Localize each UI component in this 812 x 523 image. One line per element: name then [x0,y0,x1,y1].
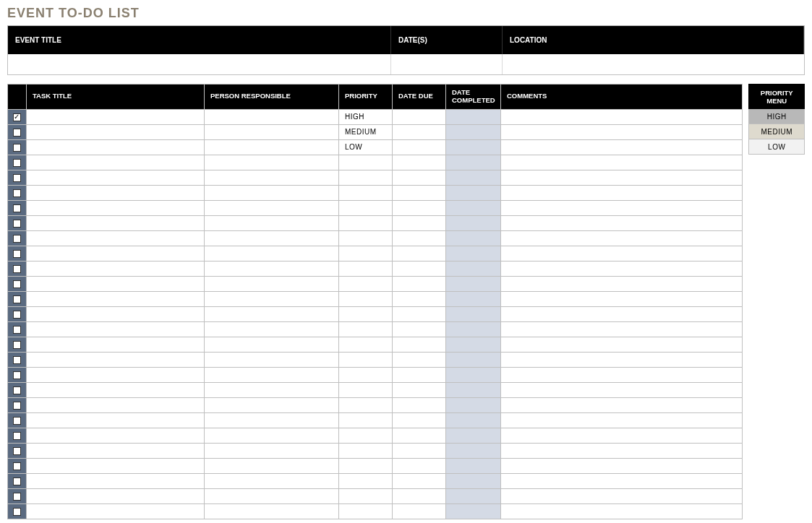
event-dates-input[interactable] [391,54,503,74]
task-title-cell[interactable] [27,155,205,170]
date-completed-cell[interactable] [446,124,501,139]
checkbox-icon[interactable] [13,417,21,425]
date-completed-cell[interactable] [446,397,501,412]
priority-cell[interactable] [339,412,393,428]
task-checkbox-cell[interactable] [8,321,27,337]
checkbox-icon[interactable] [13,129,21,137]
person-responsible-cell[interactable] [205,428,339,443]
priority-cell[interactable]: HIGH [339,109,393,124]
person-responsible-cell[interactable] [205,412,339,428]
date-completed-cell[interactable] [446,352,501,367]
date-completed-cell[interactable] [446,200,501,215]
person-responsible-cell[interactable] [205,246,339,261]
date-completed-cell[interactable] [446,412,501,428]
checkbox-icon[interactable] [13,174,21,182]
date-due-cell[interactable] [393,321,446,337]
checkbox-icon[interactable] [13,159,21,167]
priority-cell[interactable] [339,246,393,261]
date-completed-cell[interactable] [446,170,501,185]
date-completed-cell[interactable] [446,109,501,124]
date-due-cell[interactable] [393,428,446,443]
priority-cell[interactable] [339,337,393,352]
comments-cell[interactable] [501,397,743,412]
task-checkbox-cell[interactable] [8,382,27,397]
comments-cell[interactable] [501,473,743,488]
task-checkbox-cell[interactable] [8,124,27,139]
task-checkbox-cell[interactable] [8,155,27,170]
priority-cell[interactable] [339,367,393,382]
checkbox-icon[interactable] [13,432,21,440]
date-due-cell[interactable] [393,473,446,488]
date-completed-cell[interactable] [446,367,501,382]
priority-cell[interactable] [339,503,393,519]
checkbox-icon[interactable] [13,508,21,516]
checkbox-icon[interactable] [13,462,21,470]
date-due-cell[interactable] [393,124,446,139]
checkbox-icon[interactable] [13,280,21,288]
date-due-cell[interactable] [393,215,446,230]
person-responsible-cell[interactable] [205,306,339,321]
task-checkbox-cell[interactable] [8,139,27,155]
priority-cell[interactable] [339,428,393,443]
comments-cell[interactable] [501,124,743,139]
person-responsible-cell[interactable] [205,443,339,458]
task-title-cell[interactable] [27,458,205,473]
comments-cell[interactable] [501,382,743,397]
task-title-cell[interactable] [27,382,205,397]
comments-cell[interactable] [501,261,743,276]
date-completed-cell[interactable] [446,473,501,488]
person-responsible-cell[interactable] [205,397,339,412]
task-checkbox-cell[interactable] [8,291,27,306]
task-checkbox-cell[interactable] [8,230,27,246]
task-title-cell[interactable] [27,428,205,443]
date-completed-cell[interactable] [446,139,501,155]
task-title-cell[interactable] [27,306,205,321]
date-completed-cell[interactable] [446,261,501,276]
date-completed-cell[interactable] [446,321,501,337]
person-responsible-cell[interactable] [205,200,339,215]
task-checkbox-cell[interactable] [8,261,27,276]
person-responsible-cell[interactable] [205,155,339,170]
checkbox-icon[interactable] [13,477,21,485]
person-responsible-cell[interactable] [205,352,339,367]
task-title-cell[interactable] [27,503,205,519]
comments-cell[interactable] [501,367,743,382]
priority-cell[interactable] [339,306,393,321]
priority-menu-item[interactable]: LOW [749,139,805,155]
date-completed-cell[interactable] [446,276,501,291]
task-checkbox-cell[interactable] [8,337,27,352]
comments-cell[interactable] [501,306,743,321]
date-due-cell[interactable] [393,109,446,124]
task-checkbox-cell[interactable] [8,488,27,503]
checkbox-icon[interactable] [13,356,21,364]
task-checkbox-cell[interactable] [8,200,27,215]
date-due-cell[interactable] [393,382,446,397]
checkbox-icon[interactable] [13,386,21,394]
comments-cell[interactable] [501,458,743,473]
date-due-cell[interactable] [393,412,446,428]
task-title-cell[interactable] [27,321,205,337]
priority-cell[interactable] [339,458,393,473]
task-title-cell[interactable] [27,109,205,124]
comments-cell[interactable] [501,109,743,124]
person-responsible-cell[interactable] [205,276,339,291]
person-responsible-cell[interactable] [205,503,339,519]
date-due-cell[interactable] [393,488,446,503]
person-responsible-cell[interactable] [205,321,339,337]
checkbox-icon[interactable] [13,311,21,319]
task-title-cell[interactable] [27,276,205,291]
priority-cell[interactable] [339,382,393,397]
task-title-cell[interactable] [27,397,205,412]
date-due-cell[interactable] [393,139,446,155]
person-responsible-cell[interactable] [205,124,339,139]
date-completed-cell[interactable] [446,291,501,306]
date-completed-cell[interactable] [446,155,501,170]
comments-cell[interactable] [501,215,743,230]
task-title-cell[interactable] [27,488,205,503]
person-responsible-cell[interactable] [205,337,339,352]
date-due-cell[interactable] [393,458,446,473]
checkbox-icon[interactable] [13,250,21,258]
comments-cell[interactable] [501,200,743,215]
date-due-cell[interactable] [393,337,446,352]
priority-cell[interactable] [339,200,393,215]
